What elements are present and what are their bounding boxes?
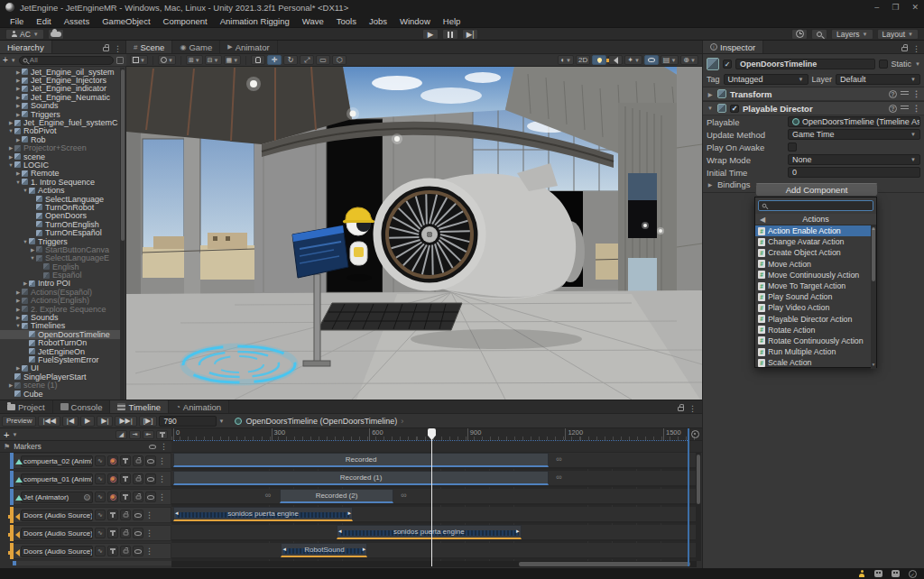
expand-arrow-icon[interactable]: ▼: [14, 179, 22, 185]
activity-check-icon[interactable]: ✓: [909, 570, 917, 578]
replace-mode-button[interactable]: [156, 430, 168, 439]
presets-icon[interactable]: [901, 90, 909, 97]
snap-grid-dropdown[interactable]: ▦▼: [224, 55, 242, 65]
expand-arrow-icon[interactable]: ▶: [14, 290, 22, 295]
tab-scene[interactable]: #Scene: [126, 41, 172, 53]
hierarchy-item-opendoorstimeline[interactable]: OpenDoorsTimeline: [0, 330, 120, 338]
track-lane-1[interactable]: Recorded (1)∞: [171, 471, 697, 487]
component-option-create-object-action[interactable]: #Create Object Action: [755, 247, 873, 258]
menu-jobs[interactable]: Jobs: [363, 16, 393, 26]
timeline-horizontal-scrollbar[interactable]: [171, 561, 697, 567]
scene-viewport[interactable]: [126, 67, 702, 400]
effects-dropdown[interactable]: ✦▼: [624, 55, 642, 65]
scale-tool-button[interactable]: ⤢: [300, 55, 314, 65]
component-option-change-avatar-action[interactable]: #Change Avatar Action: [755, 236, 873, 247]
track-name-field[interactable]: Doors (Audio Source)◎: [21, 528, 93, 539]
eye-icon[interactable]: [133, 528, 143, 538]
lock-icon[interactable]: [133, 455, 143, 466]
curves-view-button[interactable]: ◢: [116, 430, 127, 439]
expand-arrow-icon[interactable]: ▶: [7, 382, 14, 388]
wrap-mode-dropdown[interactable]: None▼: [788, 154, 920, 165]
eye-icon[interactable]: [145, 455, 156, 466]
layers-dropdown[interactable]: Layers▼: [831, 29, 873, 40]
draw-mode-dropdown[interactable]: ▼: [130, 55, 148, 65]
shading-mode-dropdown[interactable]: ◐▼: [558, 55, 574, 65]
clip-recorded[interactable]: Recorded: [173, 453, 549, 467]
menu-edit[interactable]: Edit: [30, 16, 57, 26]
hierarchy-item-2-explore-sequence[interactable]: ▶2. Explore Sequence: [0, 305, 120, 313]
object-name-field[interactable]: OpenDoorsTimeline: [735, 59, 875, 69]
hierarchy-item-projector-screen[interactable]: ▶Projector+Screen: [0, 144, 120, 152]
tab-timeline[interactable]: Timeline: [110, 400, 169, 413]
track-menu-icon[interactable]: ⋮: [145, 528, 153, 538]
static-checkbox[interactable]: [879, 60, 888, 69]
lock-icon[interactable]: [120, 546, 131, 556]
hierarchy-item-actions[interactable]: ▼Actions: [0, 186, 120, 194]
hierarchy-item-logic[interactable]: ▼LOGIC: [0, 161, 120, 169]
timeline-vertical-scrollbar[interactable]: [696, 453, 701, 561]
component-option-run-multiple-action[interactable]: #Run Multiple Action: [755, 346, 873, 357]
hierarchy-item-english[interactable]: English: [0, 262, 120, 271]
component-option-move-action[interactable]: #Move Action: [755, 259, 873, 270]
frame-field[interactable]: 790: [159, 416, 217, 427]
expand-arrow-icon[interactable]: ▼: [7, 162, 14, 168]
track-header-compuerta-01-anim-1[interactable]: compuerta_01 (Anim◎∿⋮: [13, 471, 171, 487]
track-lane-5[interactable]: RobotSound: [171, 543, 697, 559]
pin-icon[interactable]: [107, 528, 118, 538]
component-option-action-enable-action[interactable]: #Action Enable Action: [755, 225, 873, 236]
transform-tool-button[interactable]: ⬡: [332, 55, 346, 65]
rect-tool-button[interactable]: ▭: [316, 55, 330, 65]
timeline-ruler[interactable]: 030060090012001500: [171, 428, 702, 441]
pause-button[interactable]: [442, 29, 458, 40]
expand-arrow-icon[interactable]: ▶: [14, 112, 22, 117]
tab-animation[interactable]: ◔Animation: [169, 400, 229, 413]
track-name-field[interactable]: compuerta_01 (Anim◎: [21, 473, 93, 485]
hierarchy-item-jet-engine-oil-system[interactable]: ▶Jet_Engine_oil_system: [0, 68, 120, 76]
hierarchy-item-jet-engine-fuel-systemc[interactable]: ▶Jet_Engine_fuel_systemC: [0, 118, 120, 126]
hierarchy-item-jet-engine-neumatic[interactable]: ▶Jet_Engine_Neumatic: [0, 93, 120, 101]
playable-director-header[interactable]: ▼ ✓ Playable Director ? ⋮: [703, 101, 924, 115]
track-header-compuerta-02-anim-0[interactable]: compuerta_02 (Anim◎∿⋮: [13, 453, 171, 469]
expand-arrow-icon[interactable]: ▼: [29, 255, 36, 261]
hand-tool-button[interactable]: [251, 55, 265, 65]
play-button[interactable]: ▶: [422, 29, 439, 40]
hierarchy-item-intro-poi[interactable]: ▶Intro POI: [0, 280, 120, 288]
expand-arrow-icon[interactable]: ▶: [14, 69, 22, 75]
hierarchy-item-triggers[interactable]: ▼Triggers: [0, 237, 120, 245]
expand-arrow-icon[interactable]: ▶: [14, 95, 22, 100]
expand-arrow-icon[interactable]: ▶: [29, 247, 36, 253]
layer-dropdown[interactable]: Default▼: [836, 74, 920, 85]
expand-arrow-icon[interactable]: ▶: [14, 86, 22, 91]
expand-arrow-icon[interactable]: ▼: [22, 188, 29, 193]
gizmos-dropdown[interactable]: ⊕▼: [680, 55, 698, 65]
lock-icon[interactable]: [133, 473, 143, 484]
hierarchy-item-robpivot[interactable]: ▼RobPivot: [0, 127, 120, 135]
expand-arrow-icon[interactable]: ▶: [7, 120, 14, 125]
scene-visibility-button[interactable]: [644, 55, 659, 65]
cloud-button[interactable]: [48, 29, 64, 40]
component-option-playable-director-action[interactable]: #Playable Director Action: [755, 314, 873, 325]
track-lane-4[interactable]: sonidos puerta engine: [171, 525, 697, 541]
track-lane-2[interactable]: Recorded (2)∞∞: [171, 489, 697, 505]
expand-arrow-icon[interactable]: ▶: [14, 307, 22, 312]
active-checkbox[interactable]: ✓: [723, 60, 732, 69]
hierarchy-item-cube[interactable]: Cube: [0, 390, 120, 398]
lock-icon[interactable]: [103, 47, 109, 51]
grid-visibility-dropdown[interactable]: ▼: [158, 55, 176, 65]
bot-icon[interactable]: [892, 570, 900, 577]
hierarchy-item-actions-espa-ol[interactable]: ▶Actions(Español): [0, 288, 120, 296]
curves-toggle-icon[interactable]: ∿: [95, 473, 106, 484]
gear-icon[interactable]: [691, 430, 699, 438]
record-button[interactable]: [107, 455, 118, 466]
hierarchy-scrollbar[interactable]: [120, 68, 125, 400]
help-icon[interactable]: ?: [889, 105, 897, 113]
record-button[interactable]: [107, 473, 118, 484]
expand-arrow-icon[interactable]: ▼: [22, 239, 29, 244]
menu-assets[interactable]: Assets: [58, 16, 97, 26]
track-lane-0[interactable]: Recorded∞: [171, 453, 697, 469]
step-forward-button[interactable]: ▶|: [97, 416, 113, 427]
hierarchy-item-remote[interactable]: ▶Remote: [0, 170, 120, 178]
eye-icon[interactable]: [145, 473, 156, 484]
panel-menu-icon[interactable]: ⋮: [114, 44, 122, 53]
add-component-button[interactable]: Add Component: [755, 183, 878, 197]
